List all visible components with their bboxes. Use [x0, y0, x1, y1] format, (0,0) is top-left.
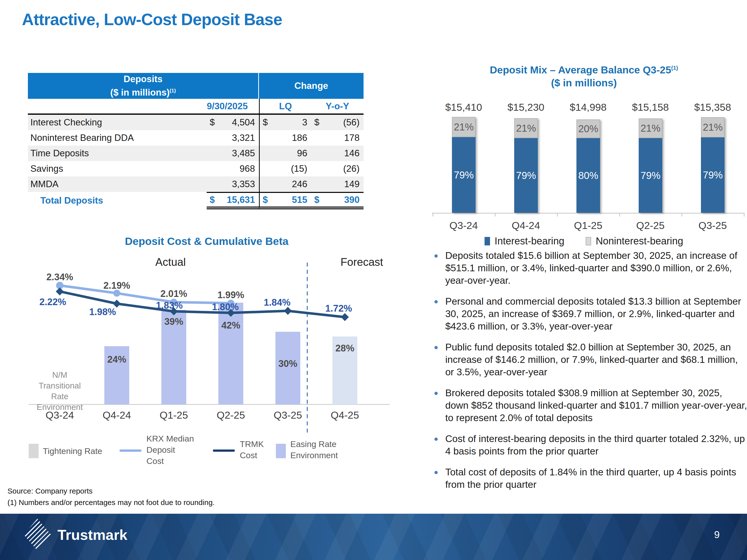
x-axis-label: Q4-24: [103, 409, 131, 421]
trmk-value-label: 2.22%: [39, 297, 66, 308]
x-axis-label: Q3-25: [274, 409, 302, 421]
bullet-icon: ●: [434, 466, 438, 491]
list-item: ●Total cost of deposits of 1.84% in the …: [434, 466, 747, 491]
noninterest-pct-label: 20%: [578, 123, 598, 134]
list-item: ●Personal and commercial deposits totale…: [434, 295, 747, 332]
x-axis-label: Q2-25: [623, 220, 678, 232]
bar-total-label: $15,410: [436, 102, 491, 113]
x-axis-label: Q1-25: [561, 220, 616, 232]
x-axis-label: Q2-25: [216, 409, 245, 421]
bullet-icon: ●: [434, 341, 438, 378]
cell-value: 178: [344, 133, 360, 143]
trmk-value-label: 1.98%: [89, 306, 116, 317]
interest-bearing-swatch: [485, 237, 490, 245]
cell-value: 3: [302, 117, 307, 128]
deposits-header-line1: Deposits: [124, 74, 162, 85]
legend-label: KRX Median Deposit Cost: [147, 433, 194, 466]
table-row: Noninterest Bearing DDA 3,321 186 178: [28, 130, 364, 145]
noninterest-pct-label: 21%: [516, 123, 536, 134]
table-row: Time Deposits 3,485 96 146: [28, 145, 364, 161]
interest-pct-label: 79%: [454, 169, 473, 181]
trmk-value-label: 1.72%: [325, 303, 352, 314]
easing-bar-label: 24%: [107, 354, 126, 365]
krx-value-label: 2.19%: [103, 280, 130, 291]
bullet-icon: ●: [434, 295, 438, 332]
krx-value-label: 2.34%: [46, 272, 73, 283]
trmk-marker: [284, 307, 292, 315]
trmk-marker: [56, 288, 64, 295]
deposits-header-line2: ($ in millions)(1): [110, 85, 176, 98]
row-label: Time Deposits: [28, 148, 207, 159]
interest-pct-label: 79%: [703, 169, 723, 181]
cell-value: (26): [343, 163, 360, 174]
row-label: Interest Checking: [28, 117, 207, 128]
trmk-line-swatch: [213, 450, 235, 452]
source-line: Source: Company reports: [7, 485, 215, 497]
page-number: 9: [714, 529, 720, 540]
total-label: Total Deposits: [28, 195, 207, 206]
x-axis-label: Q1-25: [160, 409, 188, 421]
col-header-lq: LQ: [259, 99, 311, 113]
tightening-rate-swatch: [29, 444, 38, 458]
krx-value-label: 1.99%: [217, 290, 244, 300]
total-value: 15,631: [227, 195, 255, 205]
cell-value: (15): [291, 163, 307, 174]
cell-value: 186: [292, 133, 307, 143]
stacked-bar: 21% 79%: [452, 117, 475, 213]
total-value: 515: [292, 195, 307, 205]
trustmark-diamond-icon: [24, 519, 51, 551]
legend-label: Interest-bearing: [494, 236, 564, 247]
deposits-header-cell: Deposits ($ in millions)(1): [28, 73, 259, 99]
trmk-marker: [341, 313, 349, 321]
change-header-cell: Change: [259, 73, 364, 99]
nm-annotation: N/M Transitional Rate Environment: [36, 370, 83, 412]
trustmark-logo-text: Trustmark: [57, 526, 127, 543]
footer-band: Trustmark 9: [0, 514, 747, 560]
list-item: ●Deposits totaled $15.6 billion at Septe…: [434, 249, 747, 287]
x-axis-label: Q4-25: [331, 409, 359, 421]
cell-value: 3,321: [232, 133, 255, 143]
table-row: MMDA 3,353 246 149: [28, 177, 364, 192]
easing-bar-label: 28%: [335, 343, 354, 354]
axis-tick: [557, 213, 558, 216]
cell-value: 96: [297, 148, 307, 159]
axis-tick: [681, 213, 682, 216]
footnote-line: (1) Numbers and/or percentages may not f…: [7, 497, 215, 508]
legend-label: TRMK Cost: [240, 438, 264, 461]
interest-pct-label: 79%: [516, 170, 536, 181]
trustmark-logo: Trustmark: [24, 519, 127, 551]
bar-total-label: $15,158: [623, 102, 678, 113]
row-label: Savings: [28, 163, 207, 174]
noninterest-pct-label: 21%: [454, 122, 473, 133]
krx-value-label: 2.01%: [160, 289, 187, 299]
cell-value: 3,353: [232, 179, 255, 189]
cell-value: 968: [239, 163, 255, 174]
cell-value: 246: [292, 179, 307, 189]
noninterest-bearing-swatch: [586, 237, 591, 245]
interest-pct-label: 79%: [640, 170, 660, 181]
x-axis-line: [432, 213, 745, 214]
table-row: Savings 968 (15) (26): [28, 161, 364, 177]
bar-total-label: $15,358: [685, 102, 740, 113]
deposits-table-header: Deposits ($ in millions)(1) Change: [28, 73, 364, 99]
footnote-marker: (1): [671, 65, 678, 71]
col-header-date: 9/30/2025: [28, 101, 259, 111]
x-axis-label: Q3-25: [685, 220, 740, 232]
bullet-icon: ●: [434, 249, 438, 287]
deposits-table-subheader: 9/30/2025 LQ Y-o-Y: [28, 99, 364, 115]
highlights-list: ●Deposits totaled $15.6 billion at Septe…: [434, 249, 747, 499]
bullet-icon: ●: [434, 432, 438, 457]
deposit-mix-chart: Deposit Mix – Average Balance Q3-25(1) (…: [423, 64, 745, 258]
col-header-yoy: Y-o-Y: [311, 101, 364, 111]
easing-bar-label: 30%: [278, 358, 297, 369]
axis-tick: [619, 213, 620, 216]
stacked-bar: 21% 79%: [639, 118, 662, 213]
mix-legend: Interest-bearing Noninterest-bearing: [423, 236, 745, 247]
bar-total-label: $15,230: [498, 102, 553, 113]
x-axis-label: Q4-24: [498, 220, 553, 232]
cell-value: 149: [344, 179, 360, 189]
trmk-value-label: 1.83%: [156, 300, 183, 311]
currency-sign: $: [314, 117, 319, 128]
bullet-icon: ●: [434, 387, 438, 424]
deposit-cost-chart: Deposit Cost & Cumulative Beta Actual Fo…: [15, 234, 398, 485]
